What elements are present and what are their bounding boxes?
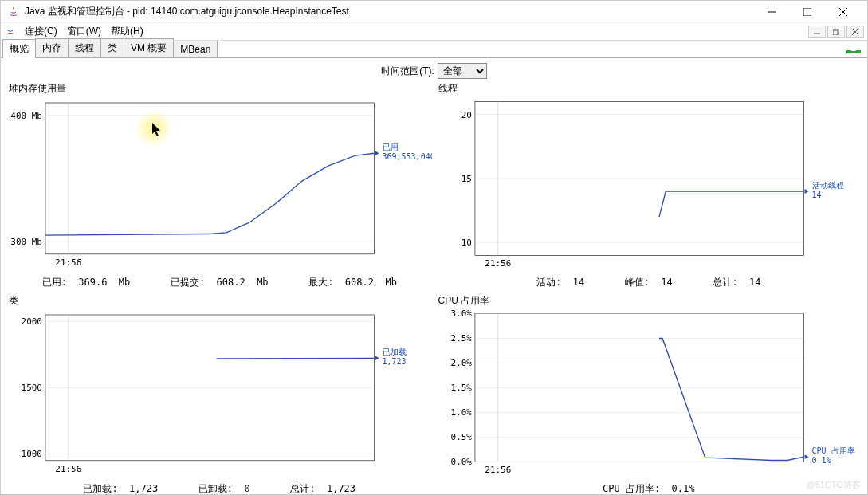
svg-text:3.0%: 3.0% — [450, 309, 472, 319]
panel-heap-title: 堆内存使用量 — [7, 82, 432, 96]
svg-rect-6 — [833, 30, 838, 35]
panel-cpu-title: CPU 占用率 — [437, 294, 862, 308]
svg-text:0.0%: 0.0% — [450, 457, 472, 467]
panel-heap: 堆内存使用量 300 Mb400 Mb21:56已用369,553,040 已用… — [7, 82, 432, 289]
svg-text:21:56: 21:56 — [55, 257, 81, 268]
svg-text:CPU 占用率: CPU 占用率 — [811, 446, 854, 455]
svg-text:1,723: 1,723 — [383, 357, 407, 366]
svg-rect-10 — [856, 50, 861, 53]
svg-rect-9 — [846, 50, 851, 53]
window-controls — [753, 2, 861, 22]
tab-mbean[interactable]: MBean — [173, 41, 218, 57]
tab-vm-summary[interactable]: VM 概要 — [124, 38, 174, 57]
svg-text:20: 20 — [461, 110, 471, 120]
panel-classes: 类 10001500200021:56已加载1,723 已加载: 1,723 已… — [7, 294, 432, 495]
svg-text:2.5%: 2.5% — [450, 333, 472, 344]
svg-text:14: 14 — [811, 191, 821, 199]
panel-heap-footer: 已用: 369.6 Mb 已提交: 608.2 Mb 最大: 608.2 Mb — [7, 274, 432, 289]
svg-text:1000: 1000 — [22, 449, 42, 459]
svg-rect-1 — [803, 8, 811, 16]
panel-cpu: CPU 占用率 0.0%0.5%1.0%1.5%2.0%2.5%3.0%21:5… — [437, 294, 862, 495]
chart-heap[interactable]: 300 Mb400 Mb21:56已用369,553,040 — [7, 97, 432, 274]
svg-text:2000: 2000 — [22, 316, 42, 327]
tabbar: 概览 内存 线程 类 VM 概要 MBean — [1, 41, 867, 58]
charts-grid: 堆内存使用量 300 Mb400 Mb21:56已用369,553,040 已用… — [1, 82, 867, 494]
svg-text:300 Mb: 300 Mb — [10, 237, 42, 247]
svg-text:400 Mb: 400 Mb — [10, 111, 42, 121]
chart-threads[interactable]: 10152021:56活动线程14 — [437, 97, 862, 274]
connection-status-icon — [846, 46, 861, 57]
mdi-minimize-button[interactable] — [808, 26, 826, 38]
tab-memory[interactable]: 内存 — [35, 38, 69, 57]
svg-text:15: 15 — [461, 174, 471, 184]
svg-text:活动线程: 活动线程 — [811, 181, 843, 190]
time-range-label: 时间范围(T): — [381, 65, 434, 78]
titlebar: Java 监视和管理控制台 - pid: 14140 com.atguigu.j… — [1, 1, 867, 23]
panel-threads-title: 线程 — [437, 82, 862, 96]
svg-text:0.5%: 0.5% — [450, 432, 472, 442]
tab-overview[interactable]: 概览 — [2, 39, 36, 58]
time-range-select[interactable]: 全部 — [438, 63, 487, 79]
svg-text:0.1%: 0.1% — [811, 456, 831, 465]
svg-text:369,553,040: 369,553,040 — [383, 152, 432, 161]
panel-classes-footer: 已加载: 1,723 已卸载: 0 总计: 1,723 — [7, 481, 432, 495]
mdi-controls — [808, 26, 864, 38]
tab-threads[interactable]: 线程 — [68, 38, 101, 57]
panel-cpu-footer: CPU 占用率: 0.1% — [437, 481, 862, 495]
svg-text:2.0%: 2.0% — [450, 358, 472, 368]
menu-window[interactable]: 窗口(W) — [62, 23, 106, 40]
chart-cpu[interactable]: 0.0%0.5%1.0%1.5%2.0%2.5%3.0%21:56CPU 占用率… — [437, 309, 862, 481]
panel-classes-title: 类 — [7, 294, 432, 308]
mdi-restore-button[interactable] — [827, 26, 845, 38]
svg-text:已用: 已用 — [383, 143, 399, 151]
tab-classes[interactable]: 类 — [100, 38, 124, 57]
menu-help[interactable]: 帮助(H) — [106, 23, 148, 40]
panel-threads-footer: 活动: 14 峰值: 14 总计: 14 — [437, 274, 862, 289]
time-range-row: 时间范围(T): 全部 — [1, 58, 867, 82]
svg-text:1500: 1500 — [22, 383, 42, 393]
svg-text:21:56: 21:56 — [485, 258, 511, 269]
chart-classes[interactable]: 10001500200021:56已加载1,723 — [7, 309, 432, 481]
svg-text:21:56: 21:56 — [485, 465, 511, 475]
mdi-close-button[interactable] — [846, 26, 864, 38]
panel-threads: 线程 10152021:56活动线程14 活动: 14 峰值: 14 总计: 1… — [437, 82, 862, 289]
close-button[interactable] — [825, 2, 861, 22]
main-window: Java 监视和管理控制台 - pid: 14140 com.atguigu.j… — [0, 0, 868, 495]
java-icon — [7, 6, 20, 18]
svg-rect-12 — [45, 103, 375, 254]
svg-text:10: 10 — [461, 238, 471, 248]
java-icon — [4, 24, 17, 39]
maximize-button[interactable] — [789, 2, 825, 22]
window-title: Java 监视和管理控制台 - pid: 14140 com.atguigu.j… — [25, 5, 753, 18]
svg-text:1.5%: 1.5% — [450, 383, 472, 393]
svg-text:21:56: 21:56 — [55, 464, 81, 474]
menu-connect[interactable]: 连接(C) — [20, 23, 62, 40]
watermark: @51CTO博客 — [807, 479, 861, 491]
minimize-button[interactable] — [753, 2, 789, 22]
svg-text:已加载: 已加载 — [383, 348, 407, 356]
svg-text:1.0%: 1.0% — [450, 407, 472, 418]
